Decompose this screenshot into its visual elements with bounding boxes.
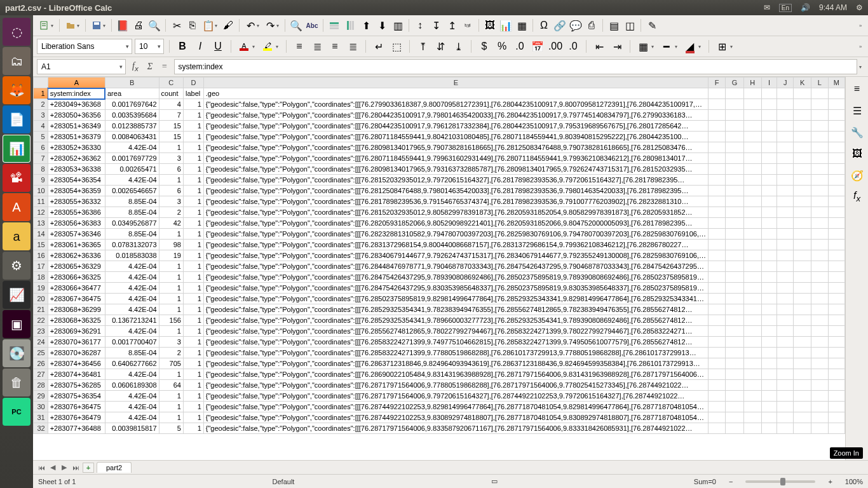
draw-button[interactable]: ✎ xyxy=(644,18,660,33)
col-header-G[interactable]: G xyxy=(726,78,744,88)
row-header-10[interactable]: 10 xyxy=(34,186,48,196)
session-icon[interactable]: ⚙ xyxy=(856,3,863,12)
redo-dropdown[interactable]: ▾ xyxy=(276,23,281,29)
split-button[interactable]: ◫ xyxy=(622,18,637,33)
row-header-24[interactable]: 24 xyxy=(34,337,48,348)
font-size-combo[interactable]: 10▾ xyxy=(135,39,164,54)
sort-desc-button[interactable]: ⬇ xyxy=(374,18,390,33)
align-right-button[interactable]: ≡ xyxy=(327,39,342,54)
underline-button[interactable]: U xyxy=(210,39,226,54)
open-dropdown[interactable]: ▾ xyxy=(77,23,82,29)
valign-mid-button[interactable]: ⇵ xyxy=(433,39,448,54)
row-header-8[interactable]: 8 xyxy=(34,164,48,175)
dec-del-button[interactable]: .0 xyxy=(566,39,581,54)
paste-button[interactable]: 📋 xyxy=(201,18,216,33)
align-left-button[interactable]: ≡ xyxy=(292,39,307,54)
row-header-3[interactable]: 3 xyxy=(34,110,48,121)
mail-icon[interactable]: ✉ xyxy=(764,3,770,12)
disk-icon[interactable]: 💽 xyxy=(3,339,31,367)
italic-button[interactable]: I xyxy=(193,39,208,54)
conditional-dropdown[interactable]: ▾ xyxy=(730,44,735,50)
undo-button[interactable]: ↶ xyxy=(243,18,258,33)
row-header-26[interactable]: 26 xyxy=(34,358,48,369)
software-icon[interactable]: A xyxy=(3,193,31,221)
row-header-29[interactable]: 29 xyxy=(34,391,48,402)
row-header-30[interactable]: 30 xyxy=(34,402,48,412)
new-dropdown[interactable]: ▾ xyxy=(51,23,56,29)
highlight-dropdown[interactable]: ▾ xyxy=(276,44,281,50)
equals-icon[interactable]: = xyxy=(159,62,170,72)
col-header-C[interactable]: C xyxy=(159,78,183,88)
pivot-button[interactable]: ▦ xyxy=(514,18,529,33)
col-button[interactable] xyxy=(342,18,358,33)
tab-next[interactable]: ▶ xyxy=(60,463,69,471)
col-header-H[interactable]: H xyxy=(743,78,761,88)
valign-top-button[interactable]: ⤒ xyxy=(415,39,430,54)
dash-icon[interactable]: ◌ xyxy=(3,18,31,46)
row-header-27[interactable]: 27 xyxy=(34,369,48,380)
cell-reference-box[interactable]: A1▾ xyxy=(37,59,126,74)
impress-icon[interactable]: 📽 xyxy=(3,164,31,192)
row-header-12[interactable]: 12 xyxy=(34,207,48,218)
functions-icon[interactable]: fx xyxy=(849,189,865,205)
valign-bot-button[interactable]: ⤓ xyxy=(451,39,466,54)
spreadsheet-grid[interactable]: ABCDEFGHIJKLM1system:indexareacountlabel… xyxy=(33,77,845,460)
percent-button[interactable]: % xyxy=(494,39,510,54)
formula-expand[interactable]: ▾ xyxy=(859,64,864,70)
row-header-9[interactable]: 9 xyxy=(34,175,48,186)
row-header-14[interactable]: 14 xyxy=(34,229,48,240)
indent-dec-button[interactable]: ⇤ xyxy=(592,39,607,54)
navigator-icon[interactable]: 🧭 xyxy=(849,167,865,184)
row-header-16[interactable]: 16 xyxy=(34,250,48,261)
redo-button[interactable]: ↷ xyxy=(262,18,278,33)
row-header-4[interactable]: 4 xyxy=(34,121,48,132)
highlight-button[interactable]: 🖍 xyxy=(260,39,275,54)
open-button[interactable] xyxy=(63,18,78,33)
bg-color-dropdown[interactable]: ▾ xyxy=(698,44,703,50)
border-style-dropdown[interactable]: ▾ xyxy=(675,44,680,50)
row-header-23[interactable]: 23 xyxy=(34,326,48,337)
date-button[interactable]: 📅 xyxy=(530,39,545,54)
row-header-21[interactable]: 21 xyxy=(34,304,48,315)
borders-dropdown[interactable]: ▾ xyxy=(651,44,656,50)
number-button[interactable]: .0 xyxy=(512,39,527,54)
row-header-31[interactable]: 31 xyxy=(34,412,48,423)
borders-button[interactable]: ▦ xyxy=(635,39,651,54)
font-color-dropdown[interactable]: ▾ xyxy=(252,44,257,50)
merge-button[interactable]: ⬚ xyxy=(389,39,404,54)
row-header-28[interactable]: 28 xyxy=(34,380,48,391)
zoom-value[interactable]: 100% xyxy=(845,478,863,485)
border-style-button[interactable]: ━ xyxy=(659,39,674,54)
row-header-32[interactable]: 32 xyxy=(34,423,48,434)
paste-dropdown[interactable]: ▾ xyxy=(215,23,220,29)
sheet-tab[interactable]: part2 xyxy=(97,462,132,473)
calc-icon[interactable]: 📊 xyxy=(3,135,31,163)
volume-icon[interactable]: 🔊 xyxy=(801,3,810,12)
row-header-15[interactable]: 15 xyxy=(34,240,48,250)
dec-add-button[interactable]: .00 xyxy=(548,39,563,54)
row-header-19[interactable]: 19 xyxy=(34,283,48,294)
cell-A1[interactable]: system:index xyxy=(48,88,105,99)
col-header-E[interactable]: E xyxy=(203,78,708,88)
comment-button[interactable]: 💬 xyxy=(568,18,583,33)
settings-icon[interactable]: ⚙ xyxy=(3,252,31,280)
tab-last[interactable]: ⏭ xyxy=(71,464,80,471)
tab-first[interactable]: ⏮ xyxy=(37,464,46,471)
col-header-D[interactable]: D xyxy=(183,78,203,88)
col-header-J[interactable]: J xyxy=(777,78,794,88)
autofilter-button[interactable]: ▥ xyxy=(390,18,405,33)
sidebar-settings-icon[interactable]: ≡ xyxy=(849,81,865,97)
fx-icon[interactable]: fx xyxy=(130,61,141,72)
insert-mode-icon[interactable]: ▭ xyxy=(491,477,498,485)
new-button[interactable] xyxy=(37,18,52,33)
pycharm-icon[interactable]: PC xyxy=(3,398,31,426)
zoom-out-button[interactable]: − xyxy=(729,478,733,485)
amazon-icon[interactable]: a xyxy=(3,222,31,250)
sort2-button[interactable]: ↧ xyxy=(428,18,444,33)
spellcheck-button[interactable]: Abc xyxy=(304,18,320,33)
save-dropdown[interactable]: ▾ xyxy=(103,23,108,29)
headerfooter-button[interactable]: ⎙ xyxy=(584,18,599,33)
copy-button[interactable]: ⎘ xyxy=(185,18,200,33)
sort-button[interactable]: ↕ xyxy=(412,18,428,33)
row-header-7[interactable]: 7 xyxy=(34,153,48,164)
